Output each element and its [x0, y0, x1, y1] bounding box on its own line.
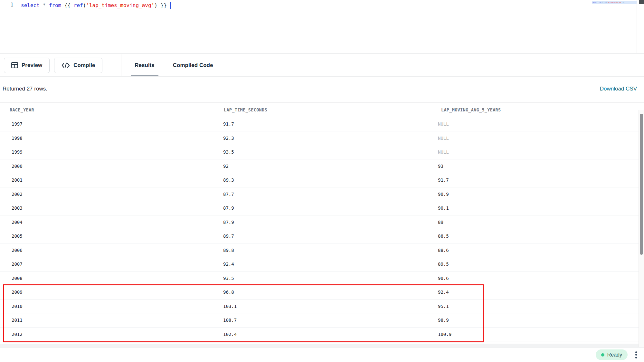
compile-button[interactable]: Compile: [54, 58, 102, 73]
minimap-code-line: select * from {{ ref('lap_times_moving_a…: [592, 1, 637, 4]
table-header-row: RACE_YEAR LAP_TIME_SECONDS LAP_MOVING_AV…: [0, 103, 639, 117]
results-toolbar: Preview Compile ResultsCompiled Code: [0, 54, 644, 77]
sql-editor-pane[interactable]: 1 select * from {{ ref('lap_times_moving…: [0, 0, 644, 54]
cell-lap-time-seconds: 89.3: [223, 177, 234, 183]
table-row[interactable]: 2000 92 93: [0, 159, 639, 174]
table-row[interactable]: 1997 91.7 NULL: [0, 117, 639, 131]
table-row[interactable]: 2011 108.7 98.9: [0, 313, 639, 328]
cell-race-year: 2004: [12, 220, 23, 225]
table-row[interactable]: 2010 103.1 95.1: [0, 300, 639, 314]
tab-compiled-code[interactable]: Compiled Code: [166, 54, 220, 77]
cell-lap-time-seconds: 92: [223, 164, 229, 169]
kebab-dot-icon: [635, 357, 637, 358]
cell-lap-time-seconds: 89.7: [223, 233, 234, 239]
cell-lap-moving-avg: 90.9: [438, 192, 449, 197]
status-bar: Ready: [0, 347, 644, 362]
table-row[interactable]: 2006 89.8 88.6: [0, 243, 639, 258]
kebab-dot-icon: [635, 354, 637, 356]
cell-race-year: 1998: [12, 136, 23, 141]
cell-lap-time-seconds: 87.7: [223, 192, 234, 197]
kebab-menu-button[interactable]: [633, 350, 639, 360]
cell-race-year: 2001: [12, 177, 23, 183]
tab-bar: ResultsCompiled Code: [128, 54, 224, 77]
editor-scrollbar-thumb[interactable]: [639, 0, 644, 4]
green-status-dot-icon: [601, 353, 604, 357]
table-row[interactable]: 2009 96.8 92.4: [0, 285, 639, 300]
table-row[interactable]: 2001 89.3 91.7: [0, 173, 639, 187]
table-row[interactable]: 2003 87.9 90.1: [0, 201, 639, 215]
cell-lap-time-seconds: 92.4: [223, 262, 234, 267]
table-row[interactable]: 2008 93.5 90.6: [0, 272, 639, 286]
cell-lap-moving-avg: 100.9: [438, 332, 451, 337]
download-csv-link[interactable]: Download CSV: [600, 86, 637, 92]
table-row[interactable]: 1999 93.5 NULL: [0, 145, 639, 159]
cell-lap-moving-avg: 88.5: [438, 233, 449, 239]
cell-lap-time-seconds: 87.9: [223, 205, 234, 211]
cell-lap-moving-avg: 90.1: [438, 205, 449, 211]
code-brackets-icon: [62, 62, 70, 68]
cell-race-year: 2011: [12, 318, 23, 323]
cell-race-year: 2003: [12, 205, 23, 211]
cell-race-year: 2006: [12, 248, 23, 253]
cell-lap-time-seconds: 102.4: [223, 332, 237, 337]
table-row[interactable]: 2012 102.4 100.9: [0, 328, 639, 342]
tab-results[interactable]: Results: [128, 54, 161, 77]
status-ready-badge[interactable]: Ready: [596, 349, 628, 360]
toolbar-divider: [121, 54, 121, 76]
cell-race-year: 1997: [12, 121, 23, 127]
table-row[interactable]: 1998 92.3 NULL: [0, 131, 639, 146]
column-header-lap-moving-avg: LAP_MOVING_AVG_5_YEARS: [441, 107, 501, 112]
cell-lap-time-seconds: 108.7: [223, 318, 237, 323]
dbt-ide-window: 1 select * from {{ ref('lap_times_moving…: [0, 0, 644, 362]
table-grid-icon: [11, 62, 18, 68]
cell-lap-time-seconds: 96.8: [223, 290, 234, 295]
kebab-dot-icon: [635, 351, 637, 353]
cell-race-year: 2012: [12, 332, 23, 337]
compile-button-label: Compile: [73, 62, 95, 69]
cell-lap-moving-avg: 88.6: [438, 248, 449, 253]
ready-label: Ready: [607, 352, 622, 358]
cell-lap-moving-avg: NULL: [438, 149, 449, 155]
cell-race-year: 2005: [12, 233, 23, 239]
cell-lap-time-seconds: 92.3: [223, 136, 234, 141]
cell-lap-moving-avg: NULL: [438, 136, 449, 141]
cell-lap-time-seconds: 93.5: [223, 276, 234, 281]
cell-race-year: 2002: [12, 192, 23, 197]
table-row[interactable]: 2007 92.4 89.5: [0, 257, 639, 272]
column-header-race-year: RACE_YEAR: [10, 107, 34, 112]
cell-lap-moving-avg: 98.9: [438, 318, 449, 323]
cell-lap-time-seconds: 103.1: [223, 304, 237, 309]
cell-lap-moving-avg: 92.4: [438, 290, 449, 295]
code-editor-line[interactable]: select * from {{ ref('lap_times_moving_a…: [21, 2, 171, 9]
cell-lap-moving-avg: 95.1: [438, 304, 449, 309]
minimap-divider: [637, 0, 637, 53]
table-row[interactable]: 2005 89.7 88.5: [0, 229, 639, 243]
preview-button[interactable]: Preview: [4, 58, 50, 73]
cell-lap-moving-avg: 89: [438, 220, 443, 225]
cell-race-year: 2008: [12, 276, 23, 281]
results-table-body: 1997 91.7 NULL 1998 92.3 NULL 1999 93.5 …: [0, 117, 644, 341]
cell-lap-moving-avg: 91.7: [438, 177, 449, 183]
table-row[interactable]: 2002 87.7 90.9: [0, 187, 639, 202]
column-header-lap-time-seconds: LAP_TIME_SECONDS: [224, 107, 267, 112]
cell-lap-moving-avg: NULL: [438, 121, 449, 127]
cell-race-year: 2009: [12, 290, 23, 295]
table-scrollbar-track[interactable]: [639, 110, 644, 347]
preview-button-label: Preview: [22, 62, 42, 69]
table-scrollbar-thumb[interactable]: [640, 114, 643, 255]
cell-race-year: 2000: [12, 164, 23, 169]
cell-lap-moving-avg: 93: [438, 164, 443, 169]
cell-race-year: 1999: [12, 149, 23, 155]
text-cursor-caret: [170, 2, 171, 9]
table-row[interactable]: 2004 87.9 89: [0, 215, 639, 230]
returned-rows-text: Returned 27 rows.: [3, 86, 47, 92]
cell-lap-moving-avg: 89.5: [438, 262, 449, 267]
clipped-next-row: [0, 344, 639, 347]
editor-minimap[interactable]: select * from {{ ref('lap_times_moving_a…: [592, 0, 637, 53]
cell-lap-time-seconds: 91.7: [223, 121, 234, 127]
cell-lap-moving-avg: 90.6: [438, 276, 449, 281]
results-table: RACE_YEAR LAP_TIME_SECONDS LAP_MOVING_AV…: [0, 102, 644, 347]
cell-race-year: 2007: [12, 262, 23, 267]
code-tokens: select * from {{ ref('lap_times_moving_a…: [21, 2, 167, 8]
line-number: 1: [8, 2, 15, 8]
